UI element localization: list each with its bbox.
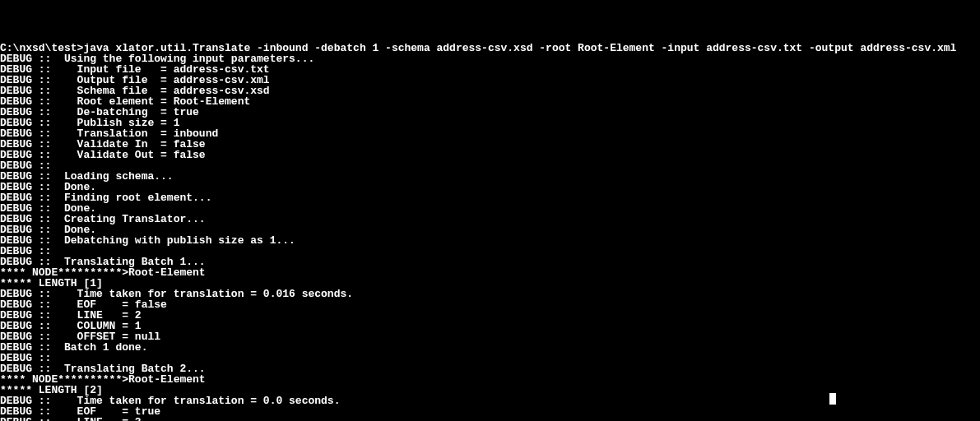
output-line: DEBUG :: LINE = 3: [0, 416, 142, 421]
terminal-window[interactable]: C:\nxsd\test>java xlator.util.Translate …: [0, 43, 980, 421]
terminal-cursor: [829, 393, 836, 405]
